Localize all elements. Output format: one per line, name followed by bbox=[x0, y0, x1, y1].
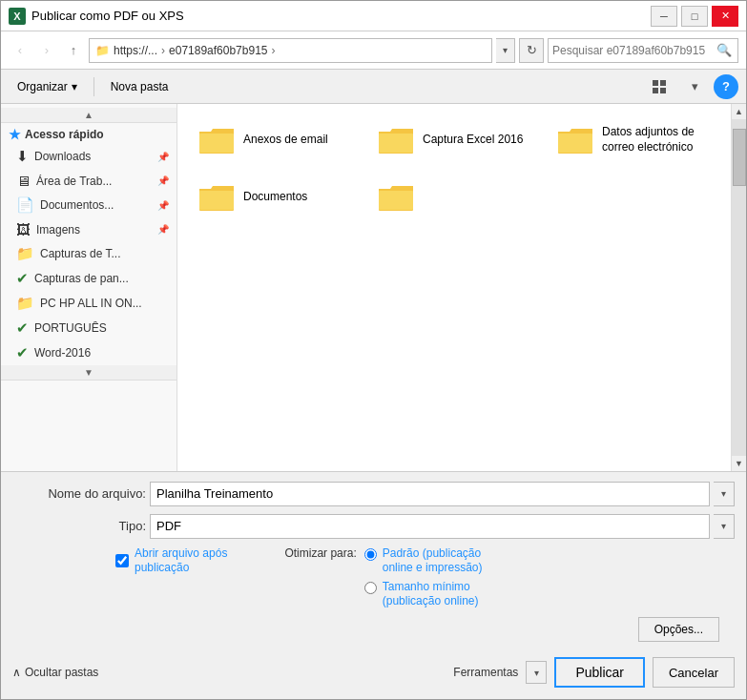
sidebar-quick-access-header: ★ Acesso rápido bbox=[1, 123, 176, 144]
sidebar-item-desktop[interactable]: 🖥 Área de Trab... 📌 bbox=[1, 169, 176, 193]
sidebar-item-documents[interactable]: 📄 Documentos... 📌 bbox=[1, 193, 176, 217]
sidebar-item-word-2016[interactable]: ✔ Word-2016 bbox=[1, 340, 176, 365]
captures-t-icon: 📁 bbox=[16, 245, 34, 262]
scroll-track bbox=[732, 119, 747, 456]
pin-icon-desktop: 📌 bbox=[157, 175, 169, 186]
address-icon: 📁 bbox=[95, 44, 110, 57]
window-title: Publicar como PDF ou XPS bbox=[31, 9, 651, 23]
file-label: Captura Excel 2016 bbox=[423, 133, 523, 148]
sidebar-scroll-down[interactable]: ▼ bbox=[1, 365, 176, 381]
publish-button[interactable]: Publicar bbox=[554, 657, 645, 688]
title-bar: X Publicar como PDF ou XPS ─ □ ✕ bbox=[1, 1, 746, 31]
refresh-button[interactable]: ↻ bbox=[519, 38, 544, 63]
back-button[interactable]: ‹ bbox=[9, 39, 31, 62]
sidebar-item-pc-hp[interactable]: 📁 PC HP ALL IN ON... bbox=[1, 291, 176, 316]
path-separator: › bbox=[161, 44, 165, 57]
list-item[interactable]: Documentos bbox=[189, 173, 361, 222]
file-label: Documentos bbox=[243, 190, 307, 205]
tools-area: Ferramentas ▾ Publicar Cancelar bbox=[453, 657, 735, 688]
address-dropdown-button[interactable]: ▾ bbox=[496, 38, 515, 63]
folder-icon bbox=[197, 181, 236, 214]
main-content: ▲ ★ Acesso rápido ⬇ Downloads 📌 🖥 Área d… bbox=[1, 104, 746, 471]
up-button[interactable]: ↑ bbox=[62, 39, 85, 62]
radio-minimum[interactable] bbox=[364, 582, 377, 594]
address-prefix: https://... bbox=[114, 44, 157, 57]
radio-standard-label[interactable]: Padrão (publicaçãoonline e impressão) bbox=[383, 546, 483, 576]
list-item[interactable]: Anexos de email bbox=[189, 115, 361, 165]
scroll-down-button[interactable]: ▼ bbox=[732, 456, 747, 471]
minimize-button[interactable]: ─ bbox=[651, 6, 677, 27]
file-label: Datos adjuntos de correo electrónico bbox=[602, 125, 711, 154]
options-btn-row: Opções... bbox=[284, 617, 735, 642]
filename-row: Nome do arquivo: ▾ bbox=[12, 482, 735, 506]
address-path[interactable]: 📁 https://... › e07189af60b7b915 › bbox=[89, 38, 492, 63]
word-2016-icon: ✔ bbox=[16, 344, 29, 361]
search-icon-button[interactable]: 🔍 bbox=[715, 41, 734, 60]
sidebar-item-captures-t[interactable]: 📁 Capturas de T... bbox=[1, 241, 176, 266]
close-button[interactable]: ✕ bbox=[712, 6, 738, 27]
pin-icon-documents: 📌 bbox=[157, 200, 169, 211]
list-item[interactable] bbox=[368, 173, 540, 222]
hide-folders-label: Ocultar pastas bbox=[25, 666, 98, 679]
svg-rect-2 bbox=[653, 80, 658, 86]
forward-button[interactable]: › bbox=[35, 39, 58, 62]
open-after-label[interactable]: Abrir arquivo após publicação bbox=[135, 546, 227, 576]
file-list: Anexos de email Captura Excel 2016 bbox=[185, 112, 723, 226]
views-button[interactable] bbox=[645, 74, 675, 99]
help-button[interactable]: ? bbox=[714, 74, 738, 99]
desktop-icon: 🖥 bbox=[16, 173, 31, 189]
filename-input[interactable] bbox=[150, 482, 710, 506]
sidebar-item-portugues[interactable]: ✔ PORTUGUÊS bbox=[1, 316, 176, 340]
radio-minimum-row: Tamanho mínimo(publicação online) bbox=[364, 580, 483, 609]
organize-label: Organizar bbox=[17, 80, 68, 93]
list-item[interactable]: Datos adjuntos de correo electrónico bbox=[548, 115, 719, 165]
cancel-button[interactable]: Cancelar bbox=[653, 657, 735, 688]
scroll-thumb[interactable] bbox=[733, 129, 746, 186]
optimize-row: Otimizar para: Padrão (publicaçãoonline … bbox=[284, 546, 735, 613]
list-item[interactable]: Captura Excel 2016 bbox=[368, 115, 540, 165]
sidebar-item-images[interactable]: 🖼 Imagens 📌 bbox=[1, 217, 176, 241]
folder-icon bbox=[377, 124, 415, 156]
optimize-options: Otimizar para: Padrão (publicaçãoonline … bbox=[284, 546, 735, 648]
svg-text:X: X bbox=[13, 10, 21, 22]
sidebar-item-downloads[interactable]: ⬇ Downloads 📌 bbox=[1, 144, 176, 169]
options-button[interactable]: Opções... bbox=[638, 617, 719, 642]
new-folder-label: Nova pasta bbox=[111, 80, 169, 93]
pin-icon-images: 📌 bbox=[157, 224, 169, 235]
action-row: ∧ Ocultar pastas Ferramentas ▾ Publicar … bbox=[12, 653, 735, 690]
search-input[interactable] bbox=[552, 44, 715, 57]
radio-standard[interactable] bbox=[364, 548, 377, 561]
dialog-window: X Publicar como PDF ou XPS ─ □ ✕ ‹ › ↑ 📁… bbox=[0, 0, 747, 700]
scroll-up-button[interactable]: ▲ bbox=[732, 104, 747, 119]
file-label: Anexos de email bbox=[243, 133, 328, 148]
captures-pan-icon: ✔ bbox=[16, 270, 29, 287]
downloads-icon: ⬇ bbox=[16, 148, 29, 165]
sidebar-scroll-up[interactable]: ▲ bbox=[1, 108, 176, 123]
maximize-button[interactable]: □ bbox=[681, 6, 708, 27]
svg-rect-5 bbox=[660, 88, 666, 93]
file-area: Anexos de email Captura Excel 2016 bbox=[177, 104, 731, 471]
folder-icon bbox=[197, 124, 236, 156]
filename-dropdown-button[interactable]: ▾ bbox=[714, 482, 735, 506]
documents-icon: 📄 bbox=[16, 196, 34, 214]
type-label: Tipo: bbox=[12, 519, 146, 533]
tools-dropdown-button[interactable]: ▾ bbox=[526, 661, 547, 684]
radio-standard-row: Padrão (publicaçãoonline e impressão) bbox=[364, 546, 483, 576]
radio-minimum-label[interactable]: Tamanho mínimo(publicação online) bbox=[383, 580, 479, 609]
svg-rect-15 bbox=[379, 191, 413, 210]
folder-icon bbox=[556, 124, 594, 156]
type-dropdown-button[interactable]: ▾ bbox=[714, 514, 735, 539]
bottom-area: Nome do arquivo: ▾ Tipo: ▾ Abrir arquivo… bbox=[1, 471, 746, 699]
type-row: Tipo: ▾ bbox=[12, 514, 735, 539]
views-dropdown-button[interactable]: ▾ bbox=[679, 74, 710, 99]
new-folder-button[interactable]: Nova pasta bbox=[102, 74, 177, 99]
path-arrow: › bbox=[271, 44, 275, 57]
organize-button[interactable]: Organizar ▾ bbox=[9, 74, 86, 99]
hide-folders-button[interactable]: ∧ Ocultar pastas bbox=[12, 666, 98, 679]
sidebar-item-captures-pan[interactable]: ✔ Capturas de pan... bbox=[1, 266, 176, 291]
open-after-checkbox[interactable] bbox=[115, 554, 129, 567]
type-input[interactable] bbox=[150, 514, 710, 539]
organize-arrow: ▾ bbox=[72, 80, 77, 93]
star-icon: ★ bbox=[9, 127, 21, 142]
address-segment: e07189af60b7b915 bbox=[169, 44, 267, 57]
